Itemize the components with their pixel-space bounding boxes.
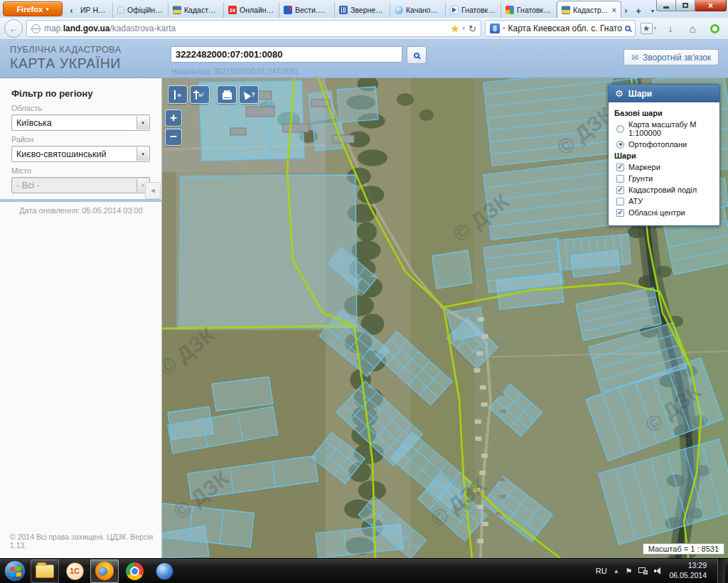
search-icon[interactable]	[625, 26, 631, 31]
radio-unselected-icon[interactable]	[616, 125, 624, 133]
overlay-layer-option[interactable]: АТУ	[614, 197, 714, 205]
city-value: - Всі -	[16, 181, 40, 191]
browser-tab[interactable]: ИР НЕДВ...	[76, 2, 113, 18]
windows-taskbar: 1С RU ▲ ⚑ 13:29 06.05.2014	[0, 558, 728, 583]
home-icon: ⌂	[689, 23, 695, 35]
layers-panel-header[interactable]: ⚙ Шари	[609, 85, 719, 102]
main-content: Фільтр по регіону Область Київська ▾ Рай…	[0, 78, 728, 558]
radio-selected-icon[interactable]	[616, 141, 624, 149]
close-tab-icon[interactable]: ×	[612, 6, 616, 14]
sidebar-collapse-button[interactable]: ◄	[145, 182, 161, 199]
taskbar-explorer-button[interactable]	[31, 560, 59, 583]
taskbar-1c-button[interactable]: 1С	[60, 560, 89, 583]
browser-tab[interactable]: Вести.Ru: P...	[279, 2, 335, 18]
refresh-icon[interactable]: ↻	[469, 23, 476, 34]
browser-tab[interactable]: 24 Онлайн тра...	[224, 2, 279, 18]
print-button[interactable]	[217, 85, 237, 104]
search-engine-dropdown-icon[interactable]: ▾	[503, 26, 505, 31]
browser-search-box[interactable]: 8 ▾ Карта Киевская обл. с. Гнатовка	[485, 20, 636, 37]
option-label: Карта масштабу М 1:100000	[628, 120, 714, 137]
cadastral-search-button[interactable]	[407, 46, 427, 64]
language-indicator[interactable]: RU	[596, 567, 607, 575]
tab-scroll-right-icon[interactable]: ›	[621, 4, 631, 18]
taskbar-google-earth-button[interactable]	[150, 560, 178, 583]
browser-tab[interactable]: Кадастрова...	[168, 2, 224, 18]
base-layer-option[interactable]: Ортофотоплани	[614, 140, 714, 149]
app-header: ПУБЛІЧНА КАДАСТРОВА КАРТА УКРАЇНИ Наприк…	[0, 40, 728, 78]
region-select[interactable]: Київська ▾	[11, 114, 150, 131]
addon-button[interactable]	[705, 20, 724, 37]
home-button[interactable]: ⌂	[683, 20, 702, 37]
browser-navbar: ← map.land.gov.ua/kadastrova-karta ★ ▾ ↻…	[0, 18, 728, 40]
zoom-out-button[interactable]: −	[165, 129, 182, 146]
tray-expand-icon[interactable]: ▲	[614, 568, 619, 574]
measure-area-button[interactable]: м²	[190, 85, 210, 104]
app-logo: ПУБЛІЧНА КАДАСТРОВА КАРТА УКРАЇНИ	[10, 45, 121, 72]
restore-button[interactable]	[676, 0, 695, 11]
region-filter-sidebar: Фільтр по регіону Область Київська ▾ Рай…	[0, 78, 162, 558]
browser-tab[interactable]: Офіційний ...	[113, 2, 168, 18]
measure-length-button[interactable]: м	[168, 85, 188, 104]
browser-tab-active[interactable]: Кадастр... ×	[557, 1, 621, 18]
action-center-flag-icon[interactable]: ⚑	[626, 567, 633, 576]
tab-label: Качановка. ...	[406, 6, 441, 14]
url-bar[interactable]: map.land.gov.ua/kadastrova-karta ★ ▾ ↻	[26, 20, 481, 37]
firefox-menu-label: Firefox	[16, 5, 43, 14]
zoom-in-button[interactable]: +	[165, 109, 182, 127]
cadastral-number-input[interactable]	[171, 46, 402, 63]
search-query-text[interactable]: Карта Киевская обл. с. Гнатовка	[508, 23, 622, 33]
overlay-layer-option[interactable]: ✓ Кадастровий поділ	[614, 186, 714, 194]
chevron-down-icon[interactable]: ▾	[136, 147, 149, 161]
tab-label: Гнатовка. К...	[461, 6, 496, 14]
close-window-button[interactable]: ×	[695, 0, 727, 11]
bookmark-star-icon[interactable]: ★	[451, 23, 459, 34]
network-icon[interactable]	[638, 567, 648, 574]
tv24-favicon-icon: 24	[228, 6, 237, 14]
district-select[interactable]: Києво-святошинський ▾	[11, 146, 150, 162]
taskbar-firefox-button[interactable]	[90, 560, 119, 583]
feedback-button[interactable]: ✉ Зворотній зв'язок	[623, 49, 719, 65]
bookmarks-panel-button[interactable]: ★ ▾	[639, 20, 658, 37]
logo-line2: КАРТА УКРАЇНИ	[10, 55, 121, 72]
layers-panel: ⚙ Шари Базові шари Карта масштабу М 1:10…	[608, 84, 720, 226]
new-tab-button[interactable]: +	[631, 4, 646, 18]
map-canvas[interactable]: © ДЗК© ДЗК© ДЗК© ДЗК© ДЗК© ДЗК м м² ? + …	[162, 78, 728, 558]
overlay-layer-option[interactable]: ✓ Маркери	[614, 163, 714, 171]
overlay-layer-option[interactable]: Грунти	[614, 174, 714, 183]
browser-tab[interactable]: Качановка. ...	[390, 2, 446, 18]
region-label: Область	[11, 104, 150, 112]
identify-button[interactable]: ?	[239, 85, 259, 104]
firefox-menu-button[interactable]: Firefox ▾	[3, 1, 63, 16]
checkbox-checked-icon[interactable]: ✓	[616, 209, 624, 217]
checkbox-unchecked-icon[interactable]	[616, 175, 624, 183]
base-layer-option[interactable]: Карта масштабу М 1:100000	[614, 120, 714, 137]
downloads-button[interactable]: ↓	[661, 20, 680, 37]
option-label: Маркери	[628, 163, 660, 171]
back-button[interactable]: ←	[4, 19, 23, 38]
filter-title: Фільтр по регіону	[11, 88, 150, 99]
google-search-engine-icon[interactable]: 8	[490, 23, 500, 33]
search-hint: Наприклад: 3221655100:01:047:0052	[171, 67, 299, 75]
checkbox-unchecked-icon[interactable]	[616, 198, 624, 205]
overlay-layer-option[interactable]: ✓ Обласні центри	[614, 208, 714, 217]
checkbox-checked-icon[interactable]: ✓	[616, 186, 624, 194]
url-dropdown-icon[interactable]: ▾	[463, 26, 466, 31]
tab-label: Кадастрова...	[184, 6, 219, 14]
ukraine-flag-favicon-icon	[173, 6, 181, 14]
chevron-down-icon[interactable]: ▾	[136, 116, 149, 129]
minimize-button[interactable]	[656, 0, 676, 11]
option-label: АТУ	[628, 197, 643, 205]
taskbar-clock[interactable]: 13:29 06.05.2014	[669, 561, 707, 580]
google-maps-favicon-icon	[505, 6, 514, 14]
browser-tab[interactable]: Гнатовка – ...	[501, 2, 557, 18]
browser-tab[interactable]: Звернення ...	[335, 2, 390, 18]
layers-panel-title: Шари	[628, 89, 652, 99]
show-desktop-button[interactable]	[717, 559, 725, 583]
checkbox-checked-icon[interactable]: ✓	[616, 164, 624, 171]
start-button[interactable]	[0, 559, 30, 583]
taskbar-chrome-button[interactable]	[120, 560, 149, 583]
tab-scroll-left-icon[interactable]: ‹	[67, 4, 76, 18]
tab-label: Звернення ...	[350, 6, 385, 14]
volume-icon[interactable]	[654, 567, 663, 574]
browser-tab[interactable]: Гнатовка. К...	[446, 2, 501, 18]
